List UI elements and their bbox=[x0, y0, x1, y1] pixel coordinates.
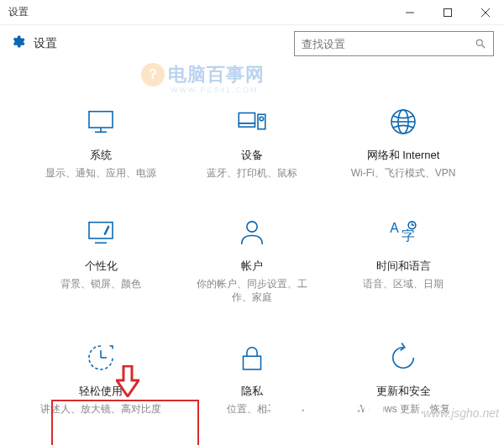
devices-icon bbox=[234, 104, 270, 139]
tile-desc: 背景、锁屏、颜色 bbox=[60, 277, 141, 291]
maximize-icon bbox=[444, 8, 452, 17]
update-icon bbox=[386, 340, 421, 375]
header: 设置 bbox=[0, 25, 504, 62]
ease-of-access-icon bbox=[83, 340, 118, 375]
tile-title: 设备 bbox=[241, 148, 263, 163]
overlay-logo: 技术员联盟 bbox=[269, 399, 386, 428]
tile-title: 时间和语言 bbox=[376, 259, 431, 274]
svg-text:A: A bbox=[390, 221, 399, 235]
svg-rect-6 bbox=[89, 112, 113, 128]
window-buttons bbox=[391, 0, 504, 25]
tile-desc: 显示、通知、应用、电源 bbox=[45, 166, 156, 180]
settings-window: 设置 设置 ? 电脑百事网 WWW.PC841.COM bbox=[0, 0, 504, 445]
personalization-icon bbox=[83, 215, 118, 250]
tile-desc: Wi-Fi、飞行模式、VPN bbox=[351, 166, 456, 180]
lock-icon bbox=[234, 340, 270, 375]
svg-rect-10 bbox=[239, 123, 255, 127]
content: ? 电脑百事网 WWW.PC841.COM 系统 显示、通知、应用、电源 设备 … bbox=[0, 62, 504, 445]
settings-grid: 系统 显示、通知、应用、电源 设备 蓝牙、打印机、鼠标 网络和 Internet… bbox=[0, 62, 504, 416]
close-button[interactable] bbox=[466, 0, 504, 25]
titlebar: 设置 bbox=[0, 0, 504, 25]
search-box[interactable] bbox=[294, 31, 494, 56]
minimize-button[interactable] bbox=[391, 0, 428, 25]
search-icon bbox=[475, 38, 486, 50]
overlay-url: www.jsgho.net bbox=[423, 406, 499, 420]
search-input[interactable] bbox=[302, 38, 475, 50]
close-icon bbox=[481, 8, 490, 17]
svg-rect-26 bbox=[244, 356, 261, 369]
svg-point-4 bbox=[476, 39, 482, 45]
tile-accounts[interactable]: 帐户 你的帐户、同步设置、工作、家庭 bbox=[176, 215, 328, 304]
tile-ease-of-access[interactable]: 轻松使用 讲述人、放大镜、高对比度 bbox=[25, 340, 176, 416]
tile-desc: 语音、区域、日期 bbox=[363, 277, 444, 291]
tile-title: 更新和安全 bbox=[376, 384, 431, 399]
annotation-arrow-icon bbox=[116, 365, 139, 397]
tile-personalization[interactable]: 个性化 背景、锁屏、颜色 bbox=[25, 215, 176, 304]
person-icon bbox=[234, 215, 270, 250]
app-title: 设置 bbox=[34, 36, 57, 51]
tile-desc: 蓝牙、打印机、鼠标 bbox=[207, 166, 297, 180]
gear-icon[interactable] bbox=[10, 34, 25, 53]
globe-icon bbox=[386, 104, 421, 139]
svg-text:字: 字 bbox=[402, 228, 415, 243]
watermark: ? 电脑百事网 WWW.PC841.COM bbox=[141, 62, 265, 87]
tile-time-language[interactable]: A字 时间和语言 语音、区域、日期 bbox=[328, 215, 479, 304]
watermark-text: 电脑百事网 bbox=[168, 62, 265, 87]
svg-rect-1 bbox=[444, 8, 451, 16]
tile-title: 帐户 bbox=[241, 259, 263, 274]
display-icon bbox=[83, 104, 118, 139]
watermark-icon: ? bbox=[141, 63, 165, 86]
svg-line-5 bbox=[482, 45, 486, 49]
svg-rect-16 bbox=[89, 222, 113, 238]
time-language-icon: A字 bbox=[386, 215, 421, 250]
tile-devices[interactable]: 设备 蓝牙、打印机、鼠标 bbox=[176, 104, 328, 180]
maximize-button[interactable] bbox=[428, 0, 466, 25]
tile-title: 个性化 bbox=[85, 259, 118, 274]
tile-desc: 你的帐户、同步设置、工作、家庭 bbox=[189, 277, 315, 304]
tile-title: 网络和 Internet bbox=[367, 148, 440, 163]
tile-desc: 讲述人、放大镜、高对比度 bbox=[40, 402, 161, 416]
tile-title: 系统 bbox=[90, 148, 112, 163]
tile-system[interactable]: 系统 显示、通知、应用、电源 bbox=[25, 104, 176, 180]
minimize-icon bbox=[406, 8, 414, 17]
svg-point-12 bbox=[260, 117, 263, 120]
tile-network[interactable]: 网络和 Internet Wi-Fi、飞行模式、VPN bbox=[328, 104, 479, 180]
watermark-sub: WWW.PC841.COM bbox=[171, 86, 259, 94]
window-title: 设置 bbox=[0, 5, 29, 19]
svg-point-18 bbox=[247, 222, 257, 232]
svg-rect-9 bbox=[239, 113, 255, 123]
tile-title: 隐私 bbox=[241, 384, 263, 399]
